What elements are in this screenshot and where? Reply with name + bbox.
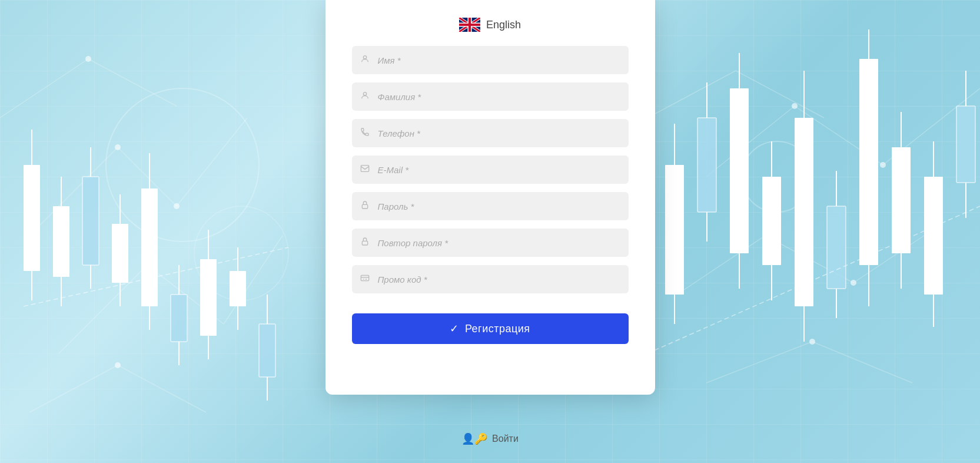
last-name-input[interactable] (352, 82, 629, 111)
person-icon (360, 54, 370, 66)
checkmark-icon: ✓ (450, 322, 459, 335)
register-button-label: Регистрация (465, 323, 530, 335)
promo-icon (360, 273, 370, 285)
phone-icon (360, 127, 370, 139)
svg-rect-98 (362, 241, 367, 245)
form-group-phone (352, 119, 629, 147)
form-group-promo (352, 265, 629, 293)
uk-flag-icon (459, 18, 480, 32)
svg-rect-96 (361, 166, 368, 172)
language-selector[interactable]: English (352, 18, 629, 32)
promo-input[interactable] (352, 265, 629, 293)
password-input[interactable] (352, 192, 629, 220)
svg-point-95 (363, 92, 366, 95)
person-icon (360, 91, 370, 102)
form-group-password (352, 192, 629, 220)
email-input[interactable] (352, 156, 629, 184)
phone-input[interactable] (352, 119, 629, 147)
svg-rect-99 (361, 275, 368, 280)
form-group-email (352, 156, 629, 184)
form-fields (352, 46, 629, 302)
first-name-input[interactable] (352, 46, 629, 74)
email-icon (360, 164, 370, 176)
registration-form-card: English ✓ Регистрация (325, 0, 655, 395)
form-group-last-name (352, 82, 629, 111)
login-label: Войти (492, 434, 519, 444)
lock-icon (360, 200, 370, 212)
login-icon: 👤🔑 (461, 432, 487, 445)
register-button[interactable]: ✓ Регистрация (352, 313, 629, 344)
svg-rect-97 (362, 204, 367, 209)
login-link[interactable]: 👤🔑 Войти (461, 432, 519, 445)
form-group-password-confirm (352, 229, 629, 257)
form-group-first-name (352, 46, 629, 74)
lock-icon (360, 237, 370, 249)
password-confirm-input[interactable] (352, 229, 629, 257)
svg-point-94 (363, 56, 366, 59)
language-label: English (486, 19, 521, 31)
